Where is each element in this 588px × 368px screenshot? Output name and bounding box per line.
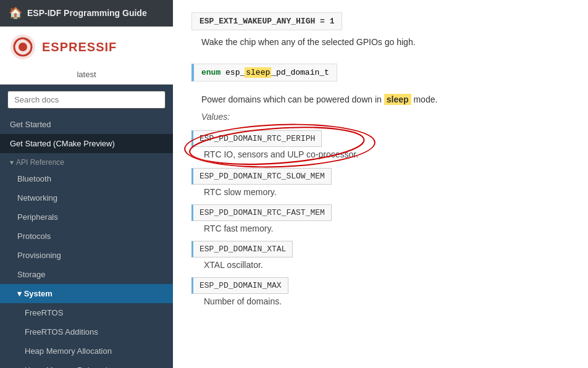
enum-description: Power domains which can be powered down … xyxy=(201,93,569,106)
sidebar-item-system[interactable]: ▾ System xyxy=(0,284,173,303)
sidebar-item-heap-memory-debug[interactable]: Heap Memory Debugging xyxy=(0,361,173,368)
sidebar-item-freertos-additions[interactable]: FreeRTOS Additions xyxy=(0,322,173,341)
sidebar-item-freertos[interactable]: FreeRTOS xyxy=(0,303,173,322)
search-input[interactable] xyxy=(7,91,166,109)
top-constant-code: ESP_EXT1_WAKEUP_ANY_HIGH = 1 xyxy=(191,12,342,30)
sidebar-item-heap-memory[interactable]: Heap Memory Allocation xyxy=(0,341,173,361)
brand-name: ESPRESSIF xyxy=(42,40,117,54)
enum-entry-slow-mem: ESP_PD_DOMAIN_RTC_SLOW_MEM RTC slow memo… xyxy=(191,168,569,197)
app-title: ESP-IDF Programming Guide xyxy=(27,8,147,18)
constant-name: ESP_EXT1_WAKEUP_ANY_HIGH = 1 xyxy=(200,17,334,26)
sidebar-section-api-reference[interactable]: ▾ API Reference xyxy=(0,153,173,169)
version-label: latest xyxy=(0,67,173,85)
sidebar-item-provisioning[interactable]: Provisioning xyxy=(0,246,173,265)
keyword-enum: enum xyxy=(201,68,220,77)
chevron-icon: ▾ xyxy=(10,158,14,167)
enum-entry-fast-mem: ESP_PD_DOMAIN_RTC_FAST_MEM RTC fast memo… xyxy=(191,204,569,233)
enum-declaration: enum esp_sleep_pd_domain_t xyxy=(191,57,569,88)
enum-entry-xtal: ESP_PD_DOMAIN_XTAL XTAL oscillator. xyxy=(191,241,569,270)
sidebar-item-protocols[interactable]: Protocols xyxy=(0,227,173,246)
wake-description: Wake the chip when any of the selected G… xyxy=(201,35,569,49)
enum-desc-xtal: XTAL oscillator. xyxy=(204,260,569,270)
enum-suffix: _pd_domain_t xyxy=(271,68,329,77)
nav-menu: Get Started Get Started (CMake Preview) … xyxy=(0,115,173,368)
enum-entry-periph: ESP_PD_DOMAIN_RTC_PERIPH RTC IO, sensors… xyxy=(191,130,569,159)
highlighted-sleep: sleep xyxy=(245,67,271,78)
enum-code-block: enum esp_sleep_pd_domain_t xyxy=(191,64,337,82)
enum-value-max: ESP_PD_DOMAIN_MAX xyxy=(191,277,288,294)
espressif-logo-icon xyxy=(10,34,36,60)
sidebar-item-networking[interactable]: Networking xyxy=(0,188,173,207)
sidebar: 🏠 ESP-IDF Programming Guide ESPRESSIF la… xyxy=(0,0,173,368)
enum-prefix: esp_ xyxy=(225,68,245,77)
sidebar-item-bluetooth[interactable]: Bluetooth xyxy=(0,169,173,188)
main-content: ESP_EXT1_WAKEUP_ANY_HIGH = 1 Wake the ch… xyxy=(173,0,588,368)
brand-logo: ESPRESSIF xyxy=(0,27,173,67)
enum-entry-max: ESP_PD_DOMAIN_MAX Number of domains. xyxy=(191,277,569,306)
app-title-bar: 🏠 ESP-IDF Programming Guide xyxy=(0,0,173,27)
enum-value-xtal: ESP_PD_DOMAIN_XTAL xyxy=(191,241,293,257)
sidebar-item-get-started[interactable]: Get Started xyxy=(0,115,173,134)
page-content: ESP_EXT1_WAKEUP_ANY_HIGH = 1 Wake the ch… xyxy=(191,0,569,306)
enum-value-fast-mem: ESP_PD_DOMAIN_RTC_FAST_MEM xyxy=(191,204,332,221)
enum-desc-max: Number of domains. xyxy=(204,296,569,306)
sleep-highlight-text: sleep xyxy=(384,94,411,105)
sidebar-item-storage[interactable]: Storage xyxy=(0,265,173,284)
enum-desc-fast-mem: RTC fast memory. xyxy=(204,224,569,233)
search-container xyxy=(0,85,173,115)
values-label: Values: xyxy=(201,112,569,122)
sidebar-item-get-started-cmake[interactable]: Get Started (CMake Preview) xyxy=(0,134,173,153)
enum-desc-slow-mem: RTC slow memory. xyxy=(204,187,569,197)
house-icon: 🏠 xyxy=(9,6,22,20)
enum-value-slow-mem: ESP_PD_DOMAIN_RTC_SLOW_MEM xyxy=(191,168,332,185)
enum-value-periph: ESP_PD_DOMAIN_RTC_PERIPH xyxy=(191,130,322,147)
sidebar-item-peripherals[interactable]: Peripherals xyxy=(0,207,173,227)
enum-desc-periph: RTC IO, sensors and ULP co-processor. xyxy=(204,149,569,159)
chevron-icon-system: ▾ xyxy=(17,289,24,298)
svg-point-2 xyxy=(19,43,27,51)
